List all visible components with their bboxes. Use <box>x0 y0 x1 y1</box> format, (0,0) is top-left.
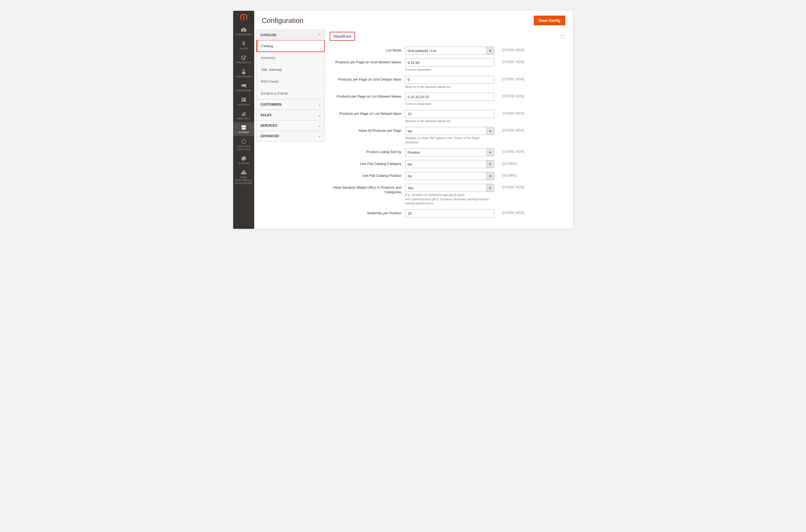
field-note: Comma-separated. <box>405 102 494 106</box>
config-group-header[interactable]: SALES⌄ <box>257 110 324 120</box>
field-label: List Mode <box>330 46 405 53</box>
chevron-up-icon: ⌃ <box>318 33 321 37</box>
nav-marketing[interactable]: MARKETING <box>233 80 254 94</box>
flat-category-select[interactable]: No ▼ <box>405 160 494 168</box>
swatches-input[interactable] <box>405 209 494 217</box>
config-group-header[interactable]: SERVICES⌄ <box>257 120 324 131</box>
section-collapse-toggle[interactable]: ⌃ <box>560 34 565 39</box>
chevron-down-icon: ⌄ <box>318 134 321 138</box>
config-group-sales: SALES⌄ <box>256 110 325 120</box>
field-label: Use Flat Catalog Category <box>330 160 405 166</box>
nav-one-step-checkout[interactable]: ONE STEP CHECKOUT <box>233 136 254 153</box>
grid-allowed-input[interactable] <box>405 58 494 66</box>
allow-all-select[interactable]: No ▼ <box>405 127 494 135</box>
admin-panel: DASHBOARD$SALESPRODUCTSCUSTOMERSMARKETIN… <box>233 11 573 229</box>
nav-sales[interactable]: $SALES <box>233 38 254 52</box>
magento-logo[interactable] <box>233 11 254 24</box>
field-allow-all: Allow All Products per Page No ▼ Whether… <box>330 127 565 145</box>
megaphone-icon <box>241 83 246 89</box>
field-label: Products per Page on List Default Value <box>330 110 405 116</box>
field-label: Use Flat Catalog Product <box>330 172 405 178</box>
grid-default-input[interactable] <box>405 76 494 84</box>
dashboard-icon <box>241 27 246 33</box>
field-note: Must be in the allowed values list <box>405 85 494 89</box>
field-scope: [STORE VIEW] <box>494 76 524 81</box>
field-label: Products per Page on List Allowed Values <box>330 93 405 99</box>
nav-dashboard[interactable]: DASHBOARD <box>233 24 254 38</box>
list-default-input[interactable] <box>405 110 494 118</box>
field-list-allowed: Products per Page on List Allowed Values… <box>330 93 565 106</box>
field-scope: [STORE VIEW] <box>494 58 524 64</box>
nav-find-partners-extensions[interactable]: FIND PARTNERS & EXTENSIONS <box>233 167 254 187</box>
chevron-down-icon: ▼ <box>486 172 494 180</box>
field-scope: [GLOBAL] <box>494 160 517 166</box>
field-label: Allow Dynamic Media URLs in Products and… <box>330 184 405 195</box>
nav-label: CUSTOMERS <box>235 75 252 78</box>
chart-icon <box>242 111 246 117</box>
config-form: Storefront ⌃ List Mode Grid (default) / … <box>325 30 573 229</box>
chevron-up-icon: ⌃ <box>562 35 564 38</box>
field-list-default: Products per Page on List Default Value … <box>330 110 565 124</box>
config-item-xml-sitemap[interactable]: XML Sitemap <box>257 63 324 75</box>
admin-sidebar: DASHBOARD$SALESPRODUCTSCUSTOMERSMARKETIN… <box>233 11 254 229</box>
flat-product-select[interactable]: No ▼ <box>405 172 494 180</box>
save-config-button[interactable]: Save Config <box>534 16 565 25</box>
cubes-icon <box>241 170 246 175</box>
nav-label: PRODUCTS <box>236 61 251 64</box>
nav-label: CONTENT <box>237 103 250 106</box>
config-group-header[interactable]: ADVANCED⌄ <box>257 131 324 141</box>
nav-label: SYSTEM <box>238 162 249 165</box>
list-mode-select[interactable]: Grid (default) / List ▼ <box>405 46 494 55</box>
config-group-advanced: ADVANCED⌄ <box>256 131 325 141</box>
nav-label: STORES <box>238 131 249 134</box>
config-group-catalog: CATALOG⌃CatalogInventoryXML SitemapRSS F… <box>256 30 325 99</box>
field-scope: [STORE VIEW] <box>494 148 524 154</box>
field-scope: [STORE VIEW] <box>494 127 524 132</box>
store-icon <box>241 125 246 130</box>
field-note: Comma-separated. <box>405 68 494 72</box>
config-group-customers: CUSTOMERS⌄ <box>256 99 325 110</box>
nav-label: DASHBOARD <box>235 33 252 36</box>
nav-content[interactable]: CONTENT <box>233 94 254 108</box>
person-icon <box>242 69 245 75</box>
field-scope: [STORE VIEW] <box>494 209 524 215</box>
nav-products[interactable]: PRODUCTS <box>233 52 254 66</box>
chevron-down-icon: ⌄ <box>318 113 321 117</box>
chevron-down-icon: ▼ <box>486 160 494 168</box>
main-area: Configuration Save Config CATALOG⌃Catalo… <box>254 11 573 229</box>
cube-icon <box>241 55 246 61</box>
config-nav: CATALOG⌃CatalogInventoryXML SitemapRSS F… <box>254 30 325 229</box>
nav-system[interactable]: SYSTEM <box>233 153 254 167</box>
chevron-down-icon: ▼ <box>486 184 494 192</box>
gear-icon <box>241 155 246 162</box>
sort-by-select[interactable]: Position ▼ <box>405 148 494 156</box>
section-title: Storefront <box>334 34 351 39</box>
field-label: Swatches per Product <box>330 209 405 215</box>
config-group-header[interactable]: CATALOG⌃ <box>257 30 324 40</box>
field-note: Must be in the allowed values list <box>405 119 494 124</box>
nav-label: ONE STEP CHECKOUT <box>234 145 254 151</box>
chevron-down-icon: ▼ <box>486 47 494 54</box>
field-flat-category: Use Flat Catalog Category No ▼ [GLOBAL] <box>330 160 565 168</box>
chevron-down-icon: ⌄ <box>318 103 321 107</box>
list-allowed-input[interactable] <box>405 93 494 101</box>
config-item-catalog[interactable]: Catalog <box>257 40 324 52</box>
field-scope: [STORE VIEW] <box>494 46 524 52</box>
field-dynamic-media: Allow Dynamic Media URLs in Products and… <box>330 184 565 206</box>
config-item-rss-feeds[interactable]: RSS Feeds <box>257 75 324 87</box>
config-group-header[interactable]: CUSTOMERS⌄ <box>257 99 324 110</box>
field-flat-product: Use Flat Catalog Product No ▼ [GLOBAL] <box>330 172 565 180</box>
nav-stores[interactable]: STORES <box>233 122 254 136</box>
page-header: Configuration Save Config <box>254 11 573 30</box>
field-scope: [STORE VIEW] <box>494 93 524 98</box>
chevron-down-icon: ▼ <box>486 149 494 156</box>
nav-reports[interactable]: REPORTS <box>233 108 254 122</box>
config-item-email-to-a-friend[interactable]: Email to a Friend <box>257 87 324 99</box>
dynamic-media-select[interactable]: Yes ▼ <box>405 184 494 192</box>
config-group-services: SERVICES⌄ <box>256 120 325 131</box>
field-grid-allowed: Products per Page on Grid Allowed Values… <box>330 58 565 72</box>
config-item-inventory[interactable]: Inventory <box>257 52 324 63</box>
field-scope: [STORE VIEW] <box>494 110 524 115</box>
field-note: E.g. {{media url="path/to/image.jpg"}} {… <box>405 193 494 206</box>
nav-customers[interactable]: CUSTOMERS <box>233 66 254 80</box>
